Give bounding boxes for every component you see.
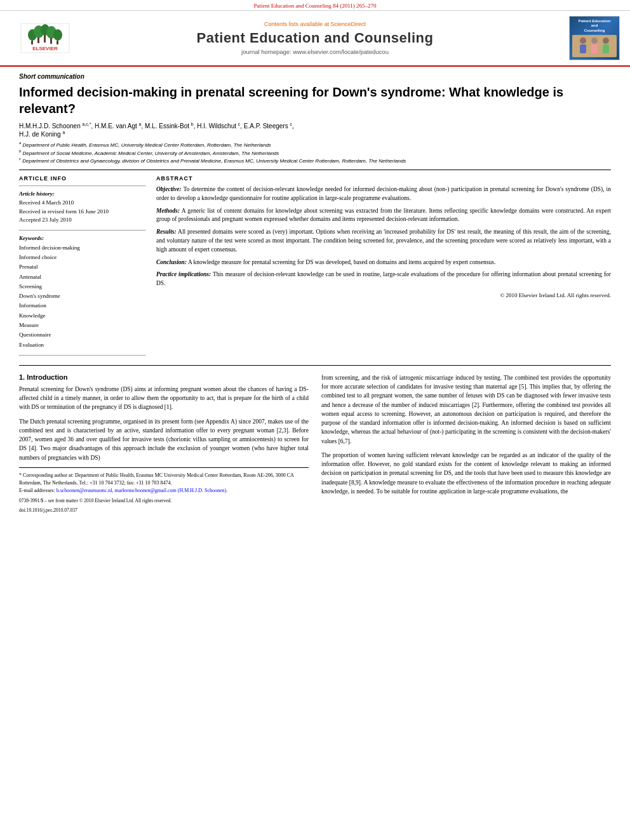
- keywords-section: Keywords: Informed decision-making Infor…: [19, 235, 146, 350]
- svg-text:ELSEVIER: ELSEVIER: [32, 46, 58, 51]
- article-info-column: Article Info Article history: Received 4…: [19, 175, 146, 360]
- svg-rect-8: [44, 35, 46, 43]
- author-3: M.L. Essink-Bot b: [145, 123, 194, 130]
- keyword-9: Measure: [19, 321, 146, 330]
- footnote-email-line: E-mail addresses: h.schoonen@erasmusmc.n…: [19, 487, 309, 495]
- journal-header-right: Patient EducationandCounseling: [550, 16, 620, 60]
- keyword-6: Down's syndrome: [19, 291, 146, 301]
- objective-label: Objective:: [156, 186, 182, 192]
- journal-header-center: Contents lists available at ScienceDirec…: [80, 21, 550, 55]
- svg-rect-16: [591, 44, 598, 53]
- abstract-objective: Objective: To determine the content of d…: [156, 185, 611, 203]
- results-text: All presented domains were scored as (ve…: [156, 229, 611, 253]
- cover-title-text: Patient EducationandCounseling: [579, 19, 611, 33]
- header-divider: [19, 170, 611, 170]
- abstract-conclusion: Conclusion: A knowledge measure for pren…: [156, 258, 611, 267]
- keyword-7: Information: [19, 301, 146, 310]
- journal-title: Patient Education and Counseling: [80, 30, 550, 46]
- section1-heading: 1. Introduction: [19, 373, 309, 381]
- body-divider: [19, 365, 611, 366]
- methods-label: Methods:: [156, 208, 180, 214]
- footnote-doi: doi:10.1016/j.pec.2010.07.037: [19, 507, 309, 514]
- affiliations: a Department of Public Health, Erasmus M…: [19, 140, 611, 165]
- article-history-label: Article history:: [19, 190, 146, 197]
- copyright-line: © 2010 Elsevier Ireland Ltd. All rights …: [156, 292, 611, 298]
- svg-point-15: [591, 37, 598, 44]
- article-container: Short communication Informed decision-ma…: [0, 67, 630, 520]
- author-5: E.A.P. Steegers c: [244, 123, 292, 130]
- article-info-divider: [19, 185, 146, 187]
- affiliation-a: a Department of Public Health, Erasmus M…: [19, 140, 611, 149]
- svg-point-5: [53, 29, 62, 41]
- practice-text: This measure of decision-relevant knowle…: [156, 271, 611, 286]
- svg-rect-18: [603, 44, 609, 53]
- keyword-1: Informed decision-making: [19, 243, 146, 253]
- svg-rect-6: [31, 41, 33, 44]
- svg-rect-10: [57, 41, 58, 44]
- elsevier-logo: ELSEVIER: [20, 22, 70, 54]
- article-info-abstract-section: Article Info Article history: Received 4…: [19, 175, 611, 360]
- body-right-col: from screening, and the risk of iatrogen…: [321, 373, 611, 514]
- keywords-label: Keywords:: [19, 235, 146, 241]
- sciencedirect-link-text: ScienceDirect: [331, 21, 366, 27]
- article-info-label: Article Info: [19, 175, 146, 182]
- author-4: H.I. Wildschut c: [197, 123, 240, 130]
- body-left-col: 1. Introduction Prenatal screening for D…: [19, 373, 309, 514]
- svg-rect-7: [37, 37, 39, 43]
- sciencedirect-prefix: Contents lists available at: [264, 21, 331, 27]
- article-title: Informed decision-making in prenatal scr…: [19, 84, 611, 117]
- accepted-date: Accepted 23 July 2010: [19, 216, 146, 225]
- practice-label: Practice implications:: [156, 271, 211, 277]
- body-para-1: Prenatal screening for Down's syndrome (…: [19, 385, 309, 412]
- keywords-bottom-divider: [19, 355, 146, 356]
- revised-date: Received in revised form 16 June 2010: [19, 208, 146, 217]
- footnote-email-label: E-mail addresses:: [19, 488, 55, 493]
- keywords-list: Informed decision-making Informed choice…: [19, 243, 146, 350]
- section1-heading-text: 1. Introduction: [19, 373, 67, 381]
- keywords-divider: [19, 230, 146, 231]
- abstract-methods: Methods: A generic list of content domai…: [156, 207, 611, 225]
- author-2: H.M.E. van Agt a: [95, 123, 141, 130]
- keyword-8: Knowledge: [19, 311, 146, 321]
- journal-cover-image: Patient EducationandCounseling: [569, 16, 620, 60]
- journal-citation-text: Patient Education and Counseling 84 (201…: [253, 3, 376, 9]
- methods-text: A generic list of content domains for kn…: [156, 208, 611, 223]
- svg-rect-9: [50, 38, 52, 44]
- footnote-emails: h.schoonen@erasmusmc.nl, marleenschoonen…: [57, 488, 228, 493]
- svg-rect-14: [580, 44, 586, 53]
- author-6: H.J. de Koning a: [19, 131, 65, 138]
- keyword-4: Antenatal: [19, 272, 146, 282]
- affiliation-b: b Department of Social Medicine, Academi…: [19, 149, 611, 157]
- keyword-10: Questionnaire: [19, 330, 146, 340]
- journal-homepage: journal homepage: www.elsevier.com/locat…: [80, 48, 550, 55]
- abstract-column: Abstract Objective: To determine the con…: [156, 175, 611, 360]
- svg-point-17: [603, 37, 609, 44]
- received-date: Received 4 March 2010: [19, 199, 146, 208]
- objective-text: To determine the content of decision-rel…: [156, 186, 611, 201]
- authors-line: H.M.H.J.D. Schoonen a,c,*, H.M.E. van Ag…: [19, 122, 611, 138]
- body-para-2: The Dutch prenatal screening programme, …: [19, 417, 309, 462]
- footnote-issn: 0738-3991/$ – see front matter © 2010 El…: [19, 497, 309, 504]
- abstract-results: Results: All presented domains were scor…: [156, 228, 611, 254]
- abstract-practice-implications: Practice implications: This measure of d…: [156, 270, 611, 288]
- svg-point-13: [580, 37, 586, 44]
- footnote-section: * Corresponding author at: Department of…: [19, 467, 309, 514]
- abstract-label: Abstract: [156, 175, 611, 182]
- keyword-2: Informed choice: [19, 253, 146, 262]
- body-right-para-1: from screening, and the risk of iatrogen…: [321, 373, 611, 446]
- body-right-para-2: The proportion of women having sufficien…: [321, 451, 611, 496]
- author-1: H.M.H.J.D. Schoonen a,c,*: [19, 123, 91, 130]
- cover-illustration: [572, 35, 617, 57]
- article-history: Article history: Received 4 March 2010 R…: [19, 190, 146, 225]
- body-section: 1. Introduction Prenatal screening for D…: [19, 373, 611, 514]
- keyword-5: Screening: [19, 282, 146, 291]
- conclusion-label: Conclusion:: [156, 259, 187, 265]
- conclusion-text: A knowledge measure for prenatal screeni…: [188, 259, 495, 265]
- results-label: Results:: [156, 229, 177, 235]
- affiliation-c: c Department of Obstetrics and Gynaecolo…: [19, 156, 611, 164]
- journal-header: ELSEVIER Contents lists available at Sci…: [0, 11, 630, 67]
- journal-citation-bar: Patient Education and Counseling 84 (201…: [0, 0, 630, 11]
- keyword-3: Prenatal: [19, 262, 146, 272]
- keyword-11: Evaluation: [19, 340, 146, 350]
- journal-header-left: ELSEVIER: [10, 22, 80, 54]
